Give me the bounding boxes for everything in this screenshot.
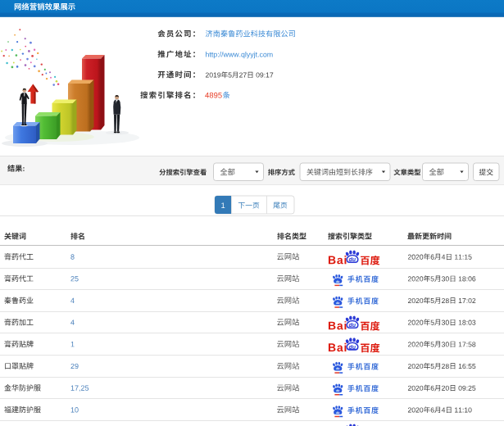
svg-text:du: du: [349, 322, 356, 328]
svg-text:du: du: [349, 256, 356, 262]
svg-text:du: du: [349, 344, 356, 350]
